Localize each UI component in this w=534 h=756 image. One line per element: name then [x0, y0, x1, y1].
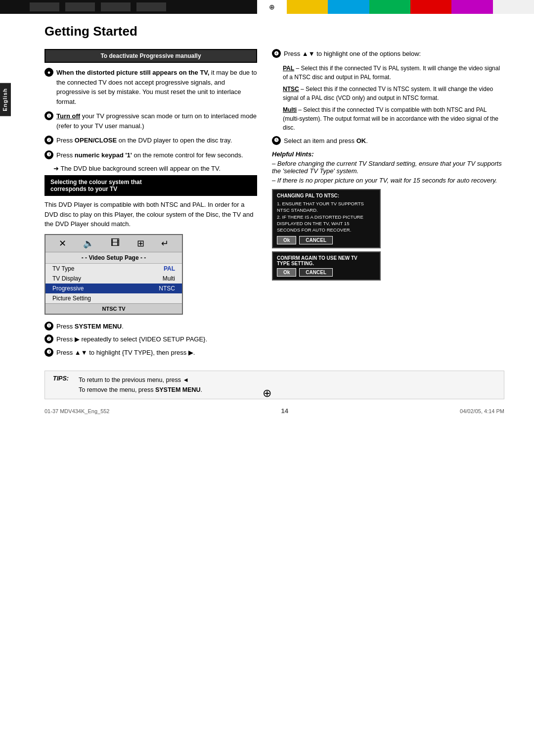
step-1: ❶ Turn off your TV progressive scan mode… — [44, 111, 257, 131]
b-step-1-text: Press SYSTEM MENU. — [56, 322, 124, 331]
dialog-2-cancel[interactable]: CANCEL — [299, 268, 333, 277]
black-rect-2 — [65, 2, 95, 11]
intro-step: ● When the distorted picture still appea… — [44, 68, 257, 106]
tips-label: TIPS: — [53, 375, 69, 382]
step-1-num: ❶ — [44, 111, 53, 120]
dialog-2-ok[interactable]: Ok — [277, 268, 296, 277]
black-rect-1 — [30, 2, 59, 11]
icon-grid: ⊞ — [137, 238, 144, 249]
top-bar-black — [0, 0, 257, 14]
icon-x: ✕ — [59, 238, 66, 249]
selecting-box: Selecting the colour system that corresp… — [44, 175, 257, 196]
dialog-2: CONFIRM AGAIN TO USE NEW TV TYPE SETTING… — [272, 251, 381, 281]
tips-content: To return to the previous menu, press ◄ … — [79, 375, 202, 395]
tv-row-2: TV Display Multi — [45, 274, 182, 284]
page-content: English Getting Started To deactivate Pr… — [0, 14, 534, 429]
bottom-step-3: ❸ Press ▲▼ to highlight {TV TYPE}, then … — [44, 348, 257, 358]
deactivate-box: To deactivate Progressive manually — [44, 49, 257, 63]
color-white — [493, 0, 534, 14]
bullet-circle: ● — [44, 68, 53, 77]
dialog-2-buttons: Ok CANCEL — [277, 268, 376, 277]
black-rect-4 — [136, 2, 166, 11]
r-step-4-num: ❹ — [272, 49, 281, 58]
b-step-1-num: ❶ — [44, 322, 53, 331]
footer: 01-37 MDV434K_Eng_552 14 04/02/05, 4:14 … — [44, 407, 504, 420]
icon-arrow: ↵ — [161, 238, 169, 249]
crosshair-top: ⊕ — [257, 0, 287, 14]
ntsc-note: NTSC – Select this if the connected TV i… — [283, 85, 504, 102]
r-step-5-text: Select an item and press OK. — [284, 136, 368, 146]
black-rect-3 — [101, 2, 131, 11]
tv-screen-footer: NTSC TV — [45, 303, 182, 314]
right-step-5: ❺ Select an item and press OK. — [272, 136, 504, 146]
tv-row-1: TV Type PAL — [45, 264, 182, 274]
b-step-3-num: ❸ — [44, 348, 53, 357]
step-2-text: Press OPEN/CLOSE on the DVD player to op… — [56, 136, 232, 145]
color-yellow — [287, 0, 328, 14]
step-2: ❷ Press OPEN/CLOSE on the DVD player to … — [44, 136, 257, 145]
hint-1: – Before changing the current TV Standar… — [272, 160, 504, 175]
step-3-num: ❸ — [44, 150, 53, 159]
intro-text: When the distorted picture still appears… — [56, 68, 257, 106]
helpful-hints: Helpful Hints: – Before changing the cur… — [272, 150, 504, 184]
page-title: Getting Started — [44, 24, 504, 39]
icon-film: 🎞 — [111, 238, 120, 248]
crosshair-icon: ⊕ — [269, 3, 275, 11]
step-1-text: Turn off your TV progressive scan mode o… — [56, 111, 257, 131]
step-3-text: Press numeric keypad '1' on the remote c… — [56, 150, 243, 160]
icon-speaker: 🔈 — [83, 238, 94, 249]
pal-note: PAL – Select this if the connected TV is… — [283, 64, 504, 82]
dialog-1-ok[interactable]: Ok — [277, 236, 296, 244]
tv-row-4: Picture Setting — [45, 293, 182, 303]
dialog-1-body: 1. ENSURE THAT YOUR TV SUPPORTS NTSC STA… — [277, 200, 376, 233]
footer-left: 01-37 MDV434K_Eng_552 — [44, 408, 109, 414]
b-step-2-text: Press ▶ repeatedly to select {VIDEO SETU… — [56, 334, 207, 344]
color-red — [410, 0, 451, 14]
color-magenta — [451, 0, 492, 14]
footer-right: 04/02/05, 4:14 PM — [460, 408, 504, 414]
tips-box: TIPS: To return to the previous menu, pr… — [44, 371, 504, 399]
english-sidebar: English — [0, 83, 11, 116]
dialog-1: CHANGING PAL TO NTSC: 1. ENSURE THAT YOU… — [272, 189, 381, 248]
main-content: To deactivate Progressive manually ● Whe… — [44, 49, 504, 361]
color-blue — [328, 0, 369, 14]
hint-2: – If there is no proper picture on your … — [272, 177, 504, 184]
top-bar-colors — [287, 0, 534, 14]
color-green — [369, 0, 410, 14]
r-step-4-text: Press ▲▼ to highlight one of the options… — [284, 49, 421, 59]
r-step-5-num: ❺ — [272, 136, 281, 145]
tips-line2: To remove the menu, press SYSTEM MENU. — [79, 385, 202, 395]
top-bar: ⊕ — [0, 0, 534, 14]
footer-center-page: 14 — [281, 407, 288, 415]
tv-screen-icons: ✕ 🔈 🎞 ⊞ ↵ — [45, 235, 182, 252]
tv-row-3-highlighted: Progressive NTSC — [45, 284, 182, 293]
bottom-steps: ❶ Press SYSTEM MENU. ❷ Press ▶ repeatedl… — [44, 322, 257, 358]
right-step-4: ❹ Press ▲▼ to highlight one of the optio… — [272, 49, 504, 59]
bottom-step-2: ❷ Press ▶ repeatedly to select {VIDEO SE… — [44, 334, 257, 344]
right-column: ❹ Press ▲▼ to highlight one of the optio… — [272, 49, 504, 361]
b-step-3-text: Press ▲▼ to highlight {TV TYPE}, then pr… — [56, 348, 195, 358]
step-2-num: ❷ — [44, 136, 53, 144]
arrow-bullet: ➜ The DVD blue background screen will ap… — [53, 165, 257, 172]
tv-screen-title: - - Video Setup Page - - — [45, 252, 182, 264]
dialog-2-title: CONFIRM AGAIN TO USE NEW TV TYPE SETTING… — [277, 255, 376, 266]
dialog-1-cancel[interactable]: CANCEL — [299, 236, 333, 244]
step-3: ❸ Press numeric keypad '1' on the remote… — [44, 150, 257, 160]
dialog-group: CHANGING PAL TO NTSC: 1. ENSURE THAT YOU… — [272, 189, 504, 281]
b-step-2-num: ❷ — [44, 334, 53, 343]
crosshair-bottom: ⊕ — [263, 387, 271, 400]
dialog-1-buttons: Ok CANCEL — [277, 236, 376, 244]
tv-screen-mockup: ✕ 🔈 🎞 ⊞ ↵ - - Video Setup Page - - TV Ty… — [44, 234, 183, 315]
multi-note: Multi – Select this if the connected TV … — [283, 105, 504, 132]
left-column: To deactivate Progressive manually ● Whe… — [44, 49, 257, 361]
selecting-body: This DVD Player is compatible with both … — [44, 200, 257, 229]
bottom-step-1: ❶ Press SYSTEM MENU. — [44, 322, 257, 331]
